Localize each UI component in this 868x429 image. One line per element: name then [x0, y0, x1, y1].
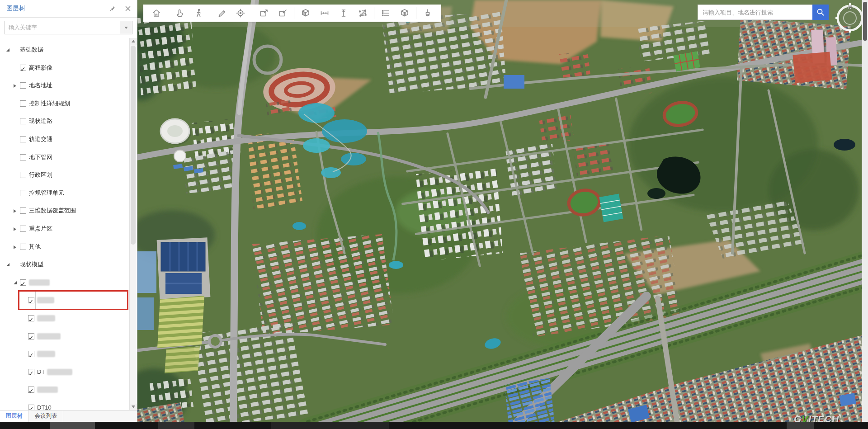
- layer-checkbox[interactable]: [20, 279, 26, 286]
- expand-open-icon[interactable]: [6, 48, 9, 52]
- expand-open-icon[interactable]: [14, 281, 17, 284]
- view-export-icon[interactable]: [254, 5, 273, 22]
- layer-checkbox[interactable]: [20, 82, 26, 89]
- window-scrollbar[interactable]: [862, 0, 868, 422]
- tree-item-基础数据[interactable]: 基础数据: [0, 44, 129, 56]
- pin-icon[interactable]: [108, 4, 118, 14]
- clip-box-icon[interactable]: [296, 5, 315, 22]
- layer-checkbox[interactable]: [28, 297, 34, 303]
- layer-label: DT10: [37, 402, 52, 410]
- redacted-label: [37, 387, 58, 393]
- pan-hand-icon[interactable]: [170, 5, 189, 22]
- layer-checkbox[interactable]: [28, 315, 34, 321]
- layer-label: 高程影像: [29, 62, 52, 74]
- tree-item-redacted[interactable]: [0, 312, 129, 324]
- redacted-label: [37, 333, 61, 339]
- tree-item-地下管网[interactable]: 地下管网: [0, 151, 129, 163]
- tab-meeting-list[interactable]: 会议列表: [29, 410, 63, 422]
- layer-checkbox[interactable]: [20, 154, 26, 160]
- home-icon[interactable]: [147, 5, 166, 22]
- tree-item-轨道交通[interactable]: 轨道交通: [0, 133, 129, 145]
- tree-item-DT[interactable]: DT: [0, 366, 129, 378]
- layer-checkbox[interactable]: [20, 190, 26, 196]
- layer-checkbox[interactable]: [28, 369, 34, 375]
- walk-mode-icon[interactable]: [189, 5, 208, 22]
- layer-label: 三维数据覆盖范围: [29, 205, 76, 217]
- redacted-label: [47, 369, 72, 375]
- layer-label: 地名地址: [29, 80, 52, 91]
- layer-list-icon[interactable]: [376, 5, 395, 22]
- panel-header: 图层树: [0, 0, 137, 18]
- tab-layer-tree[interactable]: 图层树: [0, 410, 29, 422]
- search-button[interactable]: [812, 5, 829, 20]
- close-icon[interactable]: [123, 4, 133, 14]
- map-search-input[interactable]: [698, 5, 812, 20]
- panel-title: 图层树: [6, 5, 25, 13]
- expand-closed-icon[interactable]: [14, 227, 16, 231]
- clear-brush-icon[interactable]: [418, 5, 437, 22]
- measure-distance-icon[interactable]: [315, 5, 334, 22]
- draw-pencil-icon[interactable]: [212, 5, 231, 22]
- layer-label: 其他: [29, 241, 41, 253]
- tree-scrollbar[interactable]: [129, 38, 137, 410]
- scroll-down-icon[interactable]: [130, 404, 137, 410]
- tree-item-redacted[interactable]: [0, 348, 129, 360]
- layer-checkbox[interactable]: [28, 351, 34, 357]
- tree-item-redacted[interactable]: [0, 277, 129, 288]
- tree-item-重点片区[interactable]: 重点片区: [0, 223, 129, 235]
- tree-item-控制性详细规划[interactable]: 控制性详细规划: [0, 98, 129, 109]
- tree-item-redacted[interactable]: [0, 384, 129, 396]
- redacted-label: [37, 315, 55, 321]
- keyword-dropdown-button[interactable]: [120, 21, 132, 34]
- layer-checkbox[interactable]: [28, 333, 34, 339]
- bottom-edge-bar: [0, 422, 868, 429]
- layer-label: 行政区划: [29, 169, 52, 181]
- tree-item-高程影像[interactable]: 高程影像: [0, 62, 129, 74]
- tree-item-行政区划[interactable]: 行政区划: [0, 169, 129, 181]
- model-box-icon[interactable]: [395, 5, 414, 22]
- expand-open-icon[interactable]: [6, 263, 9, 266]
- tree-item-地名地址[interactable]: 地名地址: [0, 80, 129, 91]
- measure-height-icon[interactable]: [334, 5, 353, 22]
- tree-item-其他[interactable]: 其他: [0, 241, 129, 253]
- keyword-search-input[interactable]: [5, 21, 121, 34]
- layer-tree: 基础数据高程影像地名地址控制性详细规划现状道路轨道交通地下管网行政区划控规管理单…: [0, 38, 129, 410]
- scroll-up-icon[interactable]: [130, 38, 137, 45]
- tree-guide-line: [35, 291, 36, 310]
- layer-tree-panel: 图层树 基础数据高程影像地名地址控制性详细规划现状道路轨道交通地下管网行政区划控…: [0, 0, 137, 422]
- layer-label: 控制性详细规划: [29, 98, 70, 109]
- expand-closed-icon[interactable]: [14, 84, 16, 88]
- layer-label: 现状道路: [29, 115, 52, 127]
- expand-closed-icon[interactable]: [14, 209, 16, 213]
- panel-tabbar: 图层树 会议列表: [0, 410, 137, 422]
- tree-item-现状道路[interactable]: 现状道路: [0, 115, 129, 127]
- layer-checkbox[interactable]: [20, 65, 26, 71]
- tree-item-现状模型[interactable]: 现状模型: [0, 259, 129, 270]
- layer-checkbox[interactable]: [20, 244, 26, 250]
- tree-item-DT10[interactable]: DT10: [0, 402, 129, 410]
- layer-checkbox[interactable]: [20, 118, 26, 124]
- scrollbar-thumb[interactable]: [863, 2, 867, 41]
- chevron-down-icon: [124, 27, 128, 29]
- layer-checkbox[interactable]: [20, 226, 26, 232]
- view-import-icon[interactable]: [273, 5, 292, 22]
- tree-item-redacted[interactable]: [0, 294, 129, 306]
- search-icon: [816, 8, 825, 16]
- layer-checkbox[interactable]: [20, 100, 26, 107]
- compass-control[interactable]: N: [835, 2, 865, 33]
- layer-label: DT: [37, 366, 45, 378]
- app-window: N GVITECH 图层树 基础数据高程影像地名地址控制性详细规划现状道路轨道交…: [0, 0, 868, 429]
- scrollbar-thumb[interactable]: [131, 46, 136, 245]
- redacted-label: [37, 351, 55, 357]
- tree-item-控规管理单元[interactable]: 控规管理单元: [0, 187, 129, 199]
- tree-item-redacted[interactable]: [0, 330, 129, 342]
- layer-checkbox[interactable]: [20, 172, 26, 178]
- layer-label: 基础数据: [20, 44, 43, 56]
- layer-checkbox[interactable]: [20, 136, 26, 142]
- tree-item-三维数据覆盖范围[interactable]: 三维数据覆盖范围: [0, 205, 129, 217]
- layer-checkbox[interactable]: [28, 387, 34, 393]
- layer-checkbox[interactable]: [20, 207, 26, 214]
- expand-closed-icon[interactable]: [14, 245, 16, 249]
- measure-area-icon[interactable]: [353, 5, 372, 22]
- locate-target-icon[interactable]: [231, 5, 250, 22]
